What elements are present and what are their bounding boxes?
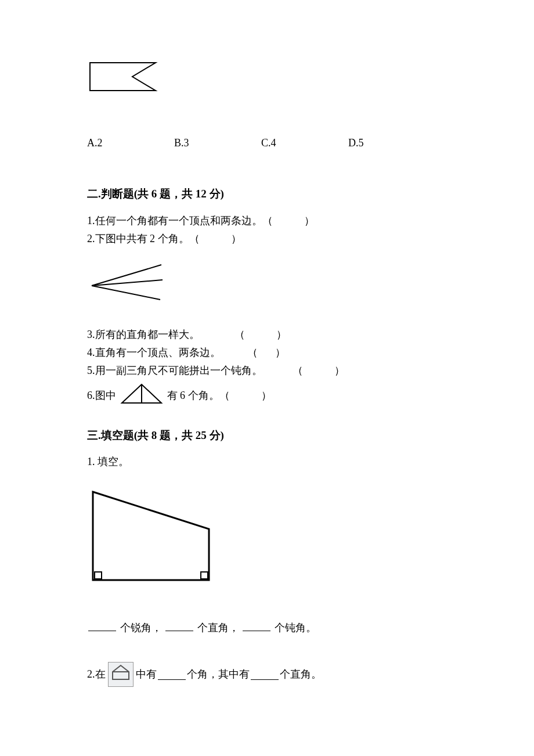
three-rays-icon (87, 261, 168, 305)
quadrilateral-figure (87, 487, 447, 591)
triangle-altitude-icon (118, 382, 165, 405)
q-text-mid2: 个角，其中有 (187, 667, 250, 682)
q-text-post: 有 6 个角。 (167, 388, 219, 404)
label-obtuse: 个钝角。 (275, 622, 316, 633)
q-text: 填空。 (98, 456, 129, 467)
option-a[interactable]: A.2 (87, 135, 174, 151)
svg-marker-6 (93, 492, 209, 580)
q-text: 下图中共有 2 个角。 (95, 231, 189, 247)
flag-shape-icon (87, 58, 163, 96)
rays-figure (87, 261, 447, 309)
q-text-pre: 在 (95, 667, 106, 682)
option-b[interactable]: B.3 (174, 135, 261, 151)
option-d[interactable]: D.5 (348, 135, 435, 151)
s2-q6: 6. 图中 有 6 个角。 （ ） (87, 382, 447, 410)
q-num: 2. (87, 667, 95, 682)
q-text: 直角有一个顶点、两条边。 (95, 345, 230, 361)
q-text: 用一副三角尺不可能拼出一个钝角。 (95, 363, 275, 379)
q-num: 5. (87, 363, 95, 379)
q-num: 6. (87, 388, 95, 404)
blank-obtuse-count[interactable] (243, 620, 270, 631)
s2-q1: 1. 任何一个角都有一个顶点和两条边。 （ ） (87, 213, 447, 229)
pentagon-house-icon (111, 664, 131, 681)
q-num: 1. (87, 456, 95, 467)
pentagon-figure (108, 662, 134, 687)
q-num: 4. (87, 345, 95, 361)
s2-q4: 4. 直角有一个顶点、两条边。 （ ） (87, 345, 447, 361)
svg-marker-0 (90, 63, 156, 91)
s2-q5: 5. 用一副三角尺不可能拼出一个钝角。 （ ） (87, 363, 447, 379)
svg-rect-7 (95, 572, 102, 579)
q-text-mid1: 中有 (136, 667, 157, 682)
q-num: 2. (87, 231, 95, 247)
blank-right-angles[interactable] (251, 668, 279, 680)
mcq-options-row: A.2 B.3 C.4 D.5 (87, 135, 447, 151)
blank-acute-count[interactable] (88, 620, 116, 631)
label-right: 个直角， (197, 622, 239, 633)
worksheet-content: A.2 B.3 C.4 D.5 二.判断题(共 6 题，共 12 分) 1. 任… (0, 0, 534, 726)
section2-title: 二.判断题(共 6 题，共 12 分) (87, 186, 447, 203)
answer-paren[interactable]: （ ） (262, 213, 318, 229)
svg-rect-8 (201, 572, 208, 579)
s2-q2: 2. 下图中共有 2 个角。 （ ） (87, 231, 447, 247)
svg-line-3 (92, 286, 160, 300)
s2-q3: 3. 所有的直角都一样大。 （ ） (87, 327, 447, 343)
s3-q2: 2. 在 中有 个角，其中有 个直角。 (87, 662, 447, 687)
section3-title: 三.填空题(共 8 题，共 25 分) (87, 427, 447, 444)
answer-paren[interactable]: （ ） (234, 327, 290, 343)
q-text-pre: 图中 (95, 388, 116, 404)
answer-paren[interactable]: （ ） (293, 363, 348, 379)
label-acute: 个锐角， (120, 622, 162, 633)
option-c[interactable]: C.4 (261, 135, 348, 151)
s3-q1-blanks: 个锐角， 个直角， 个钝角。 (87, 620, 447, 636)
answer-paren[interactable]: （ ） (247, 345, 289, 361)
s3-q1: 1. 填空。 (87, 454, 447, 470)
triangle-with-altitude-figure (118, 382, 165, 410)
answer-paren[interactable]: （ ） (189, 231, 245, 247)
q-text: 所有的直角都一样大。 (95, 327, 223, 343)
quadrilateral-icon (87, 487, 221, 586)
q-text: 任何一个角都有一个顶点和两条边。 (95, 213, 262, 229)
q-text-tail: 个直角。 (280, 667, 322, 682)
answer-paren[interactable]: （ ） (219, 388, 275, 404)
blank-total-angles[interactable] (158, 668, 186, 680)
q-num: 3. (87, 327, 95, 343)
q-num: 1. (87, 213, 95, 229)
flag-figure (87, 58, 447, 100)
blank-right-count[interactable] (165, 620, 193, 631)
